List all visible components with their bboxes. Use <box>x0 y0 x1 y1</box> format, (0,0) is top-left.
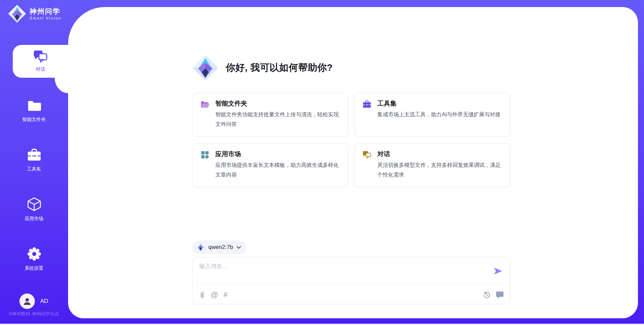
folder-icon <box>26 98 42 113</box>
card-description: 应用市场提供丰富长文本模板，助力高效生成多样化文章内容 <box>215 160 340 180</box>
sidebar-item-smart-folder[interactable]: 智能文件夹 <box>0 98 68 123</box>
composer-tools-right <box>483 291 504 299</box>
app-root: { "brand": { "name": "神州问学", "subtitle":… <box>0 0 644 325</box>
sidebar-item-label: 应用市场 <box>0 216 68 222</box>
brand-name: 神州问学 <box>30 7 61 15</box>
card-body: 应用市场 应用市场提供丰富长文本模板，助力高效生成多样化文章内容 <box>215 150 340 187</box>
app-logo-diamond-icon <box>192 55 218 81</box>
active-tab-scoop <box>55 78 68 93</box>
model-name: qwen2:7b <box>208 244 233 251</box>
card-chat[interactable]: 对话 灵活切换多模型文件，支持多样回复效果调试，满足个性化需求 <box>354 143 510 187</box>
greeting-text: 你好, 我可以如何帮助你? <box>226 61 333 74</box>
card-app-market[interactable]: 应用市场 应用市场提供丰富长文本模板，助力高效生成多样化文章内容 <box>192 143 348 187</box>
toolbox-icon <box>26 147 42 162</box>
bottom-edge-strip <box>0 324 644 325</box>
history-icon[interactable] <box>483 291 490 299</box>
sidebar-item-label: 系统设置 <box>0 265 68 271</box>
card-title: 对话 <box>377 150 502 158</box>
composer-tools-left: @ # <box>199 290 228 299</box>
sidebar-item-settings[interactable]: 系统设置 <box>0 247 68 271</box>
composer-toolbar: @ # <box>199 289 504 301</box>
model-selector[interactable]: qwen2:7b <box>192 241 247 254</box>
brand-subtitle: Smart Vision <box>30 16 61 20</box>
sidebar-item-toolset[interactable]: 工具集 <box>0 147 68 172</box>
copyright-text: ©神州数码·神州问学出品 <box>0 311 68 317</box>
open-folder-icon <box>200 100 210 109</box>
blocks-icon <box>200 150 210 159</box>
sidebar-item-chat[interactable]: 对话 <box>13 45 68 78</box>
message-input[interactable] <box>199 262 481 282</box>
main-panel: 你好, 我可以如何帮助你? 智能文件夹 智能文件夹功能支持批量文件上传与清洗，轻… <box>68 7 638 318</box>
chevron-down-icon <box>236 246 241 249</box>
person-icon <box>23 297 32 306</box>
send-icon[interactable] <box>493 266 503 276</box>
sidebar: 神州问学 Smart Vision 对话 智能文件夹 工具集 <box>0 0 68 325</box>
chat-bubbles-icon <box>362 150 372 159</box>
brand: 神州问学 Smart Vision <box>8 5 61 23</box>
hash-icon[interactable]: # <box>223 291 227 299</box>
conversations-icon[interactable] <box>496 291 504 299</box>
center-column: 你好, 我可以如何帮助你? 智能文件夹 智能文件夹功能支持批量文件上传与清洗，轻… <box>192 7 511 318</box>
card-description: 灵活切换多模型文件，支持多样回复效果调试，满足个性化需求 <box>377 160 502 180</box>
model-logo-diamond-icon <box>196 243 205 252</box>
card-smart-folder[interactable]: 智能文件夹 智能文件夹功能支持批量文件上传与清洗，轻松实现文件问答 <box>192 93 348 137</box>
brand-text: 神州问学 Smart Vision <box>30 7 61 20</box>
card-toolset[interactable]: 工具集 集成市场上主流工具，助力AI与外界无缝扩展与对接 <box>354 93 510 137</box>
avatar <box>19 294 35 309</box>
gear-icon <box>26 247 42 261</box>
composer-divider <box>198 284 504 284</box>
user-initials: AD <box>40 298 48 305</box>
card-description: 智能文件夹功能支持批量文件上传与清洗，轻松实现文件问答 <box>215 110 340 129</box>
card-title: 智能文件夹 <box>215 99 340 108</box>
greeting: 你好, 我可以如何帮助你? <box>192 55 333 81</box>
cube-icon <box>26 197 42 212</box>
brand-logo-diamond-icon <box>8 5 26 23</box>
chat-icon <box>33 49 48 64</box>
attachment-icon[interactable] <box>199 290 205 299</box>
card-body: 智能文件夹 智能文件夹功能支持批量文件上传与清洗，轻松实现文件问答 <box>215 99 340 136</box>
sidebar-item-label: 智能文件夹 <box>0 117 68 123</box>
message-composer: @ # <box>192 257 510 304</box>
card-title: 应用市场 <box>215 150 340 158</box>
user-account[interactable]: AD <box>19 294 48 309</box>
sidebar-item-label: 对话 <box>13 66 68 72</box>
feature-cards: 智能文件夹 智能文件夹功能支持批量文件上传与清洗，轻松实现文件问答 工具集 集成… <box>192 93 510 187</box>
card-title: 工具集 <box>377 99 502 108</box>
card-description: 集成市场上主流工具，助力AI与外界无缝扩展与对接 <box>377 110 502 119</box>
sidebar-item-label: 工具集 <box>0 166 68 172</box>
mention-icon[interactable]: @ <box>211 291 218 299</box>
sidebar-item-app-market[interactable]: 应用市场 <box>0 197 68 222</box>
card-body: 工具集 集成市场上主流工具，助力AI与外界无缝扩展与对接 <box>377 99 502 136</box>
card-body: 对话 灵活切换多模型文件，支持多样回复效果调试，满足个性化需求 <box>377 150 502 187</box>
briefcase-icon <box>362 100 372 109</box>
